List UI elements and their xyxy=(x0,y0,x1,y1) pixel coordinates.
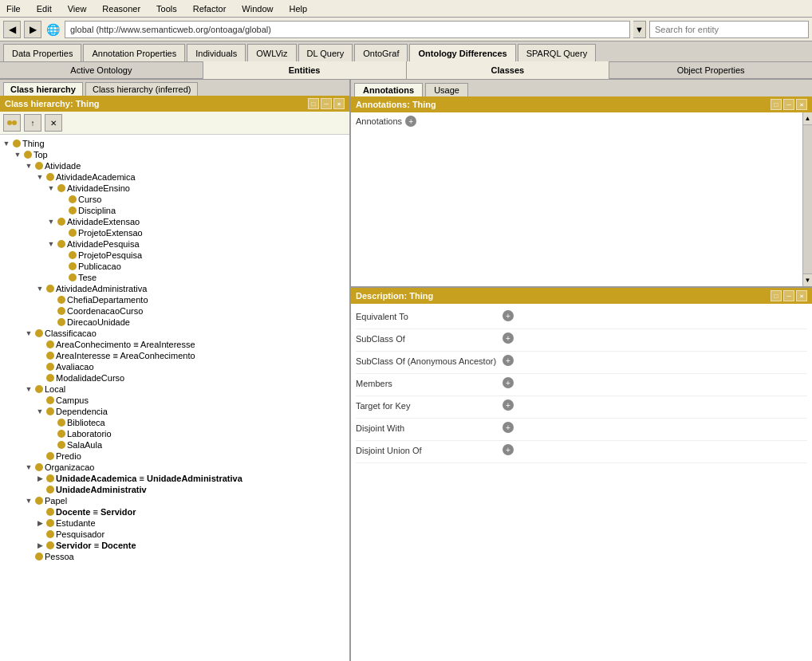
tab-data-properties[interactable]: Data Properties xyxy=(3,44,81,61)
tree-node-atividadeextensao[interactable]: ▼AtividadeExtensao xyxy=(2,216,348,227)
back-button[interactable]: ◀ xyxy=(3,21,21,38)
tree-node-campus[interactable]: Campus xyxy=(2,395,348,406)
tree-node-chefiadep[interactable]: ChefiaDepartamento xyxy=(2,294,348,305)
tree-node-projetoextensao[interactable]: ProjetoExtensao xyxy=(2,227,348,238)
expand-button[interactable]: ▼ xyxy=(24,496,34,506)
tree-node-direcaounidade[interactable]: DirecaoUnidade xyxy=(2,317,348,328)
tree-node-disciplina[interactable]: Disciplina xyxy=(2,205,348,216)
desc-minimize-icon[interactable]: □ xyxy=(771,290,782,301)
tree-node-dependencia[interactable]: ▼Dependencia xyxy=(2,406,348,417)
expand-button[interactable] xyxy=(35,485,45,494)
tab2-entities[interactable]: Entities xyxy=(203,61,407,79)
tree-node-areainteresse[interactable]: AreaInteresse ≡ AreaConhecimento xyxy=(2,350,348,361)
tree-node-biblioteca[interactable]: Biblioteca xyxy=(2,417,348,428)
tree-node-atividadeacademica[interactable]: ▼AtividadeAcademica xyxy=(2,171,348,183)
tree-node-atividadeadmin[interactable]: ▼AtividadeAdministrativa xyxy=(2,283,348,294)
annotations-scrollbar[interactable]: ▲ ▼ xyxy=(802,112,812,286)
tree-node-organizacao[interactable]: ▼Organizacao xyxy=(2,462,348,473)
expand-button[interactable]: ▼ xyxy=(46,239,56,249)
expand-button[interactable]: ▼ xyxy=(24,384,34,394)
desc-row-add-button[interactable]: + xyxy=(503,332,514,344)
menu-edit[interactable]: Edit xyxy=(34,3,55,14)
annotations-add-button[interactable]: + xyxy=(405,116,416,127)
tree-node-pesquisador[interactable]: Pesquisador xyxy=(2,529,348,540)
tree-node-atividadepesquisa[interactable]: ▼AtividadePesquisa xyxy=(2,238,348,250)
panel-tab-class-hierarchy-inferred[interactable]: Class hierarchy (inferred) xyxy=(85,82,198,96)
tree-node-unidadeacademica[interactable]: ▶UnidadeAcademica ≡ UnidadeAdministrativ… xyxy=(2,473,348,484)
tree-node-coordcurso[interactable]: CoordenacaoCurso xyxy=(2,305,348,317)
expand-button[interactable]: ▼ xyxy=(13,150,22,159)
expand-button[interactable] xyxy=(35,451,45,461)
expand-button[interactable] xyxy=(57,206,67,215)
tree-node-estudante[interactable]: ▶Estudante xyxy=(2,517,348,529)
menu-tools[interactable]: Tools xyxy=(153,3,180,14)
tab-ontology-differences[interactable]: Ontology Differences xyxy=(409,44,515,61)
tree-node-modalidadecurso[interactable]: ModalidadeCurso xyxy=(2,372,348,384)
expand-button[interactable]: ▶ xyxy=(35,474,45,483)
tab2-object-properties[interactable]: Object Properties xyxy=(609,61,812,79)
expand-button[interactable] xyxy=(46,418,56,427)
url-dropdown[interactable]: ▼ xyxy=(633,21,646,38)
scroll-down-button[interactable]: ▼ xyxy=(803,273,812,286)
desc-close-icon[interactable]: × xyxy=(796,290,807,301)
tree-node-thing[interactable]: ▼Thing xyxy=(2,138,348,149)
expand-button[interactable] xyxy=(57,250,67,260)
expand-button[interactable] xyxy=(57,228,67,238)
tree-node-predio[interactable]: Predio xyxy=(2,451,348,462)
expand-button[interactable] xyxy=(57,195,67,204)
tree-area[interactable]: ▼Thing▼Top▼Atividade▼AtividadeAcademica▼… xyxy=(0,135,349,661)
tree-node-laboratorio[interactable]: Laboratorio xyxy=(2,428,348,439)
tree-node-servidor[interactable]: ▶Servidor ≡ Docente xyxy=(2,540,348,551)
tree-node-unidadeadministrativ[interactable]: UnidadeAdministrativ xyxy=(2,484,348,495)
expand-button[interactable]: ▶ xyxy=(35,541,45,550)
expand-button[interactable] xyxy=(24,552,34,561)
desc-row-add-button[interactable]: + xyxy=(503,377,514,388)
expand-button[interactable] xyxy=(46,295,56,305)
tree-node-classificacao[interactable]: ▼Classificacao xyxy=(2,328,348,339)
menu-reasoner[interactable]: Reasoner xyxy=(99,3,144,14)
tab-dl-query[interactable]: DL Query xyxy=(298,44,353,61)
desc-row-add-button[interactable]: + xyxy=(503,310,514,321)
expand-button[interactable]: ▼ xyxy=(46,217,56,226)
panel-close-icon[interactable]: × xyxy=(333,98,345,109)
tab-ontograf[interactable]: OntoGraf xyxy=(354,44,408,61)
desc-row-add-button[interactable]: + xyxy=(503,355,514,366)
desc-row-add-button[interactable]: + xyxy=(503,422,514,433)
expand-button[interactable] xyxy=(35,395,45,405)
search-input[interactable] xyxy=(649,21,809,38)
expand-button[interactable]: ▼ xyxy=(35,284,45,293)
tree-sort-button[interactable] xyxy=(3,114,21,132)
ann-close-icon[interactable]: × xyxy=(796,99,807,110)
forward-button[interactable]: ▶ xyxy=(24,21,41,38)
tree-node-top[interactable]: ▼Top xyxy=(2,149,348,160)
tree-node-projetopesquisa[interactable]: ProjetoPesquisa xyxy=(2,250,348,261)
menu-file[interactable]: File xyxy=(3,3,24,14)
expand-button[interactable] xyxy=(35,373,45,383)
tab-individuals[interactable]: Individuals xyxy=(187,44,246,61)
expand-button[interactable]: ▼ xyxy=(46,183,56,193)
tree-node-pessoa[interactable]: Pessoa xyxy=(2,551,348,562)
panel-minimize-icon[interactable]: □ xyxy=(308,98,319,109)
tree-node-atividadeensino[interactable]: ▼AtividadeEnsino xyxy=(2,183,348,194)
expand-button[interactable] xyxy=(46,306,56,316)
menu-refactor[interactable]: Refactor xyxy=(190,3,230,14)
tree-up-button[interactable]: ↑ xyxy=(24,114,41,132)
tab-usage[interactable]: Usage xyxy=(425,83,468,96)
expand-button[interactable] xyxy=(57,273,67,282)
expand-button[interactable] xyxy=(57,262,67,271)
tab-annotations[interactable]: Annotations xyxy=(354,83,423,96)
ann-minimize-icon[interactable]: □ xyxy=(771,99,782,110)
menu-help[interactable]: Help xyxy=(286,3,310,14)
tab-owlviz[interactable]: OWLViz xyxy=(247,44,296,61)
tree-node-tese[interactable]: Tese xyxy=(2,272,348,283)
menu-window[interactable]: Window xyxy=(238,3,276,14)
scroll-up-button[interactable]: ▲ xyxy=(803,112,812,125)
tab-annotation-properties[interactable]: Annotation Properties xyxy=(83,44,185,61)
tree-node-atividade[interactable]: ▼Atividade xyxy=(2,160,348,171)
expand-button[interactable] xyxy=(46,440,56,450)
expand-button[interactable]: ▼ xyxy=(24,462,34,472)
expand-button[interactable]: ▼ xyxy=(24,329,34,338)
expand-button[interactable] xyxy=(46,317,56,327)
tab2-active-ontology[interactable]: Active Ontology xyxy=(0,61,203,79)
expand-button[interactable]: ▼ xyxy=(24,161,34,171)
